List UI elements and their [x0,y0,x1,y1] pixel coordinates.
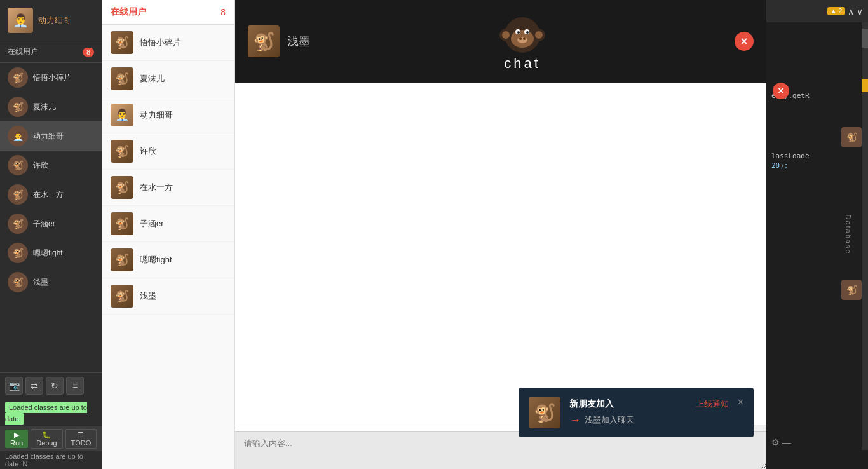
scrollbar-thumb [862,29,868,48]
minus-icon[interactable]: — [782,437,791,447]
notification-arrow-icon: → [569,414,581,427]
debug-button[interactable]: 🐛 Debug [31,429,62,449]
right-panel-bottom: ⚙ — [766,435,868,450]
run-debug-bar: ▶ Run 🐛 Debug ☰ TODO [0,426,102,451]
user-profile: 👨‍💼 动力细哥 [0,0,102,41]
panel-user-avatar: 🐒 [111,67,133,90]
online-users-header: 在线用户 8 [0,41,102,63]
camera-icon-btn[interactable]: 📷 [5,377,23,395]
svg-point-3 [502,31,510,39]
sidebar-user-item[interactable]: 🐒 许欣 [0,151,102,180]
panel-user-name: 动力细哥 [140,109,173,121]
sidebar-user-item-active[interactable]: 👨‍💼 动力细哥 [0,121,102,151]
profile-name: 动力细哥 [38,15,71,26]
sidebar-user-item[interactable]: 🐒 在水一方 [0,180,102,209]
notification-popup: 🐒 新朋友加入 上线通知 → 浅墨加入聊天 × [519,388,754,437]
notification-message-text: 浅墨加入聊天 [585,414,634,426]
notification-close-button[interactable]: × [738,397,743,408]
red-circle-btn[interactable]: × [773,83,789,99]
sidebar-user-item[interactable]: 🐒 夏沫儿 [0,92,102,121]
status-text: Loaded classes are up to date. N [5,452,83,468]
right-avatar-icon: 🐒 [846,132,857,142]
sidebar-user-item[interactable]: 🐒 悟悟小碎片 [0,63,102,92]
sidebar-user-item[interactable]: 🐒 嗯嗯fight [0,238,102,268]
sidebar-user-avatar: 🐒 [8,155,28,175]
svg-point-8 [517,31,520,34]
sidebar-user-item[interactable]: 🐒 子涵er [0,209,102,238]
panel-user-name: 嗯嗯fight [140,254,172,266]
right-panel-avatar-bottom: 🐒 [841,280,862,300]
sidebar-user-name: 子涵er [33,219,55,229]
panel-user-name: 浅墨 [140,290,156,302]
users-panel-title: 在线用户 [111,6,146,18]
notification-avatar: 🐒 [529,397,560,428]
chat-header-avatar: 🐒 [248,25,280,57]
list-icon-btn[interactable]: ≡ [66,377,84,395]
gear-icon[interactable]: ⚙ [771,437,780,447]
right-avatar-icon2: 🐒 [846,285,857,295]
chat-header-name: 浅墨 [287,34,310,49]
users-panel-header: 在线用户 8 [102,0,234,25]
profile-avatar: 👨‍💼 [8,8,33,33]
chat-header-left: 🐒 浅墨 [248,25,310,57]
right-scrollbar[interactable] [862,22,868,450]
panel-user-avatar: 👨‍💼 [111,104,133,126]
run-button[interactable]: ▶ Run [5,430,28,448]
panel-user-avatar: 🐒 [111,176,133,199]
refresh-icon-btn[interactable]: ↻ [46,377,64,395]
database-label: Database [844,214,851,254]
panel-user-item[interactable]: 🐒 子涵er [102,206,234,242]
notification-content: 新朋友加入 上线通知 → 浅墨加入聊天 [569,398,729,427]
right-panel-avatar-top: 🐒 [841,127,862,147]
panel-user-name: 在水一方 [140,182,173,193]
sidebar-user-name: 在水一方 [33,189,64,200]
scrollbar-highlight [862,79,868,92]
code-line: 20); [771,161,863,170]
swap-icon-btn[interactable]: ⇄ [25,377,43,395]
chevron-down-icon[interactable]: ∨ [857,6,863,17]
logo-icon [497,11,548,62]
panel-user-item[interactable]: 🐒 在水一方 [102,170,234,206]
messages-area [235,83,766,425]
svg-point-12 [523,37,526,40]
panel-user-item[interactable]: 🐒 嗯嗯fight [102,242,234,278]
svg-point-4 [535,31,543,39]
panel-user-avatar: 🐒 [111,31,133,54]
panel-user-item[interactable]: 🐒 夏沫儿 [102,61,234,97]
panel-user-item[interactable]: 🐒 悟悟小碎片 [102,25,234,61]
panel-user-item[interactable]: 🐒 浅墨 [102,278,234,315]
expand-icon[interactable]: ∧ [848,6,854,17]
sidebar-user-avatar: 🐒 [8,97,28,117]
svg-point-9 [526,31,529,34]
panel-user-name: 子涵er [140,218,164,229]
chat-logo-text: chat [504,55,541,72]
notification-title: 新朋友加入 [569,398,614,410]
chat-header: 🐒 浅墨 [235,0,766,83]
chat-header-avatar-icon: 🐒 [253,31,275,52]
sidebar-user-item[interactable]: 🐒 浅墨 [0,268,102,297]
sidebar-user-list: 🐒 悟悟小碎片 🐒 夏沫儿 👨‍💼 动力细哥 🐒 许欣 🐒 在水一方 🐒 子涵e… [0,63,102,372]
panel-user-avatar: 🐒 [111,212,133,235]
left-sidebar: 👨‍💼 动力细哥 在线用户 8 🐒 悟悟小碎片 🐒 夏沫儿 👨‍💼 动力细哥 🐒… [0,0,102,469]
sidebar-user-name: 浅墨 [33,277,48,288]
svg-point-11 [519,37,522,40]
sidebar-user-avatar: 🐒 [8,272,28,292]
status-bar: Loaded classes are up to date. N [0,451,102,469]
close-circle-icon[interactable]: × [773,83,789,99]
notification-type: 上线通知 [696,398,729,410]
sidebar-user-name: 夏沫儿 [33,102,56,112]
notification-header: 新朋友加入 上线通知 [569,398,729,410]
todo-button[interactable]: ☰ TODO [65,429,97,449]
chat-close-button[interactable]: × [735,32,754,51]
sidebar-user-avatar: 🐒 [8,243,28,263]
code-line: lassLoade [771,151,863,161]
panel-user-item[interactable]: 🐒 许欣 [102,133,234,170]
chat-logo: chat [497,11,548,72]
sidebar-user-avatar: 🐒 [8,184,28,205]
sidebar-user-name: 许欣 [33,160,48,171]
panel-user-item[interactable]: 👨‍💼 动力细哥 [102,97,234,133]
users-panel-list: 🐒 悟悟小碎片 🐒 夏沫儿 👨‍💼 动力细哥 🐒 许欣 🐒 在水一方 🐒 [102,25,234,469]
sidebar-icon-row: 📷 ⇄ ↻ ≡ [0,373,102,398]
right-panel: ▲ 2 ∧ ∨ × er().getR lassLoade 20); 🐒 🐒 ⚙… [766,0,868,469]
panel-user-avatar: 🐒 [111,285,133,308]
